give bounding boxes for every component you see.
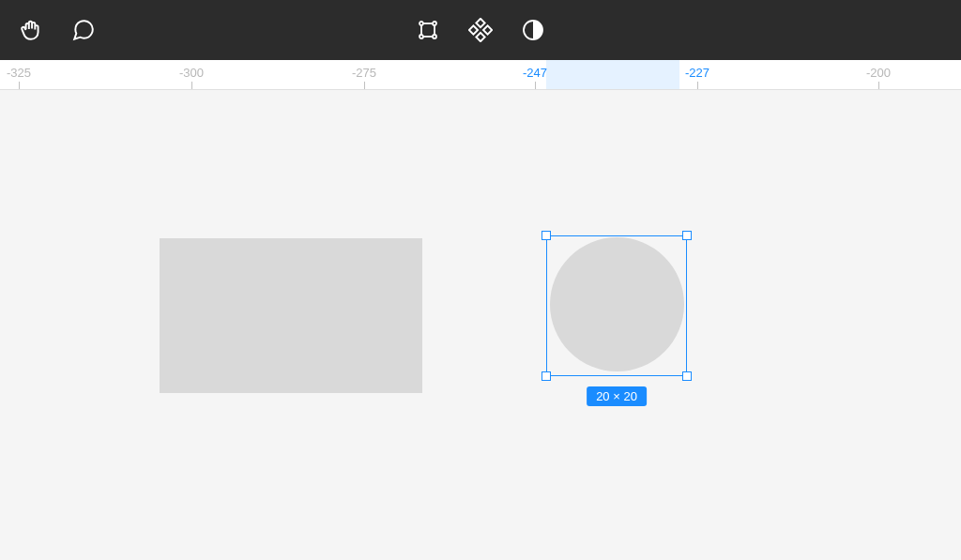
ruler-tick <box>878 82 879 89</box>
svg-rect-0 <box>421 23 435 37</box>
hand-tool-icon[interactable] <box>19 18 43 42</box>
resize-handle-bottom-right[interactable] <box>682 371 692 381</box>
frame-tool-icon[interactable] <box>416 18 440 42</box>
ruler-tick <box>364 82 365 89</box>
horizontal-ruler[interactable]: -325-300-275-247-227-200 <box>0 60 961 90</box>
ruler-tick <box>191 82 192 89</box>
svg-point-1 <box>419 22 423 25</box>
toolbar <box>0 0 961 60</box>
resize-handle-top-right[interactable] <box>682 231 692 240</box>
ruler-label: -325 <box>7 66 31 80</box>
svg-rect-8 <box>483 25 492 34</box>
ruler-tick <box>697 82 698 89</box>
components-tool-icon[interactable] <box>468 18 493 42</box>
toolbar-left-group <box>19 18 96 42</box>
rectangle-shape[interactable] <box>160 238 422 393</box>
ruler-label: -227 <box>685 66 709 80</box>
comment-tool-icon[interactable] <box>71 18 96 42</box>
resize-handle-top-left[interactable] <box>542 231 551 240</box>
toolbar-center-group <box>416 18 545 42</box>
mask-tool-icon[interactable] <box>521 18 545 42</box>
oval-shape[interactable] <box>550 237 684 371</box>
ruler-label: -275 <box>352 66 376 80</box>
ruler-label: -300 <box>179 66 204 80</box>
svg-rect-7 <box>469 25 478 34</box>
ruler-label: -200 <box>866 66 891 80</box>
svg-point-4 <box>433 35 436 38</box>
ruler-label: -247 <box>523 66 547 80</box>
resize-handle-bottom-left[interactable] <box>542 371 551 381</box>
ruler-tick <box>535 82 536 89</box>
svg-rect-5 <box>476 19 484 27</box>
svg-point-3 <box>419 35 423 38</box>
svg-point-2 <box>433 22 436 25</box>
svg-rect-6 <box>476 33 484 41</box>
ruler-tick <box>19 82 20 89</box>
dimension-badge: 20 × 20 <box>587 386 647 406</box>
ruler-selection-highlight <box>546 60 679 89</box>
canvas[interactable]: 20 × 20 <box>0 90 961 560</box>
